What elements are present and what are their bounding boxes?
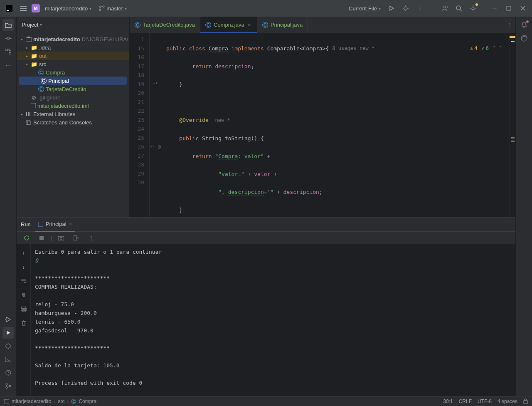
run-output[interactable]: Escriba 0 para salir o 1 para continuar0… <box>31 244 515 396</box>
tree-class-compra[interactable]: CCompra <box>17 68 129 77</box>
tree-root[interactable]: ▾ mitarjetadecredito D:\JORGE\ALURA\ <box>17 35 129 43</box>
camera-icon[interactable] <box>55 232 67 244</box>
chevron-down-icon: ▾ <box>125 6 127 11</box>
project-tool-icon[interactable] <box>2 19 14 31</box>
search-icon[interactable] <box>453 2 465 14</box>
line-gutter: 115161718192021222324252627282930 <box>130 33 150 217</box>
svg-rect-27 <box>58 236 64 240</box>
file-encoding[interactable]: UTF-8 <box>478 399 492 404</box>
editor-area: C TarjetaDeCredito.java C Compra.java × … <box>130 17 515 217</box>
more-tools-icon[interactable]: ⋯ <box>2 59 14 71</box>
scroll-end-icon[interactable] <box>18 289 30 301</box>
code-editor[interactable]: public class Compra implements Comparabl… <box>161 33 510 217</box>
trash-icon[interactable] <box>18 317 30 329</box>
svg-rect-26 <box>39 236 44 240</box>
class-icon: C <box>262 22 268 28</box>
tree-class-principal[interactable]: CPrincipal <box>19 77 127 85</box>
gutter-annotations: ↑ᴵ↑ᴵ @ <box>150 33 161 217</box>
nav-up-icon[interactable]: ˄ <box>493 44 495 53</box>
svg-point-5 <box>404 7 407 10</box>
folder-icon: 📁 <box>31 53 37 59</box>
run-tab[interactable]: Principal × <box>35 218 75 232</box>
titlebar: M mitarjetadecredito ▾ master ▾ Current … <box>0 0 532 17</box>
notifications-icon[interactable] <box>518 19 530 31</box>
rerun-icon[interactable] <box>21 232 32 244</box>
tab-menu-icon[interactable]: ⋮ <box>504 19 515 31</box>
right-tool-rail <box>515 17 532 396</box>
line-separator[interactable]: CRLF <box>459 399 472 404</box>
debug-button[interactable] <box>400 2 411 14</box>
run-config-selector[interactable]: Current File ▾ <box>346 4 383 13</box>
more-actions-icon[interactable]: ⋮ <box>414 2 426 14</box>
code-with-me-icon[interactable] <box>439 2 451 14</box>
tree-class-tarjeta[interactable]: CTarjetaDeCredito <box>17 85 129 93</box>
readonly-icon[interactable] <box>523 399 528 404</box>
tree-scratches[interactable]: Scratches and Consoles <box>17 118 129 126</box>
close-icon[interactable]: × <box>69 221 72 227</box>
more-icon[interactable]: ⋮ <box>85 232 97 244</box>
ignore-icon: ⊘ <box>31 94 37 101</box>
chevron-down-icon[interactable]: ▾ <box>40 22 42 27</box>
module-file-icon <box>31 103 36 108</box>
svg-rect-30 <box>22 307 26 308</box>
ai-assistant-icon[interactable] <box>518 32 530 44</box>
class-icon: C <box>135 22 140 28</box>
services-tool-icon[interactable] <box>2 314 14 325</box>
exit-icon[interactable] <box>70 232 82 244</box>
run-side-toolbar: ↑ ↓ <box>17 244 31 396</box>
ok-badge[interactable]: ✔6 <box>482 44 489 53</box>
maximize-button[interactable] <box>503 2 515 14</box>
main-menu-icon[interactable] <box>17 2 29 14</box>
tree-folder-idea[interactable]: ▸📁.idea <box>17 43 129 52</box>
tab-label: Compra.java <box>214 22 244 28</box>
run-tool-icon[interactable] <box>2 327 14 339</box>
tree-ext-libs[interactable]: ▸External Libraries <box>17 110 129 118</box>
commit-tool-icon[interactable] <box>2 32 14 44</box>
print-icon[interactable] <box>18 303 30 315</box>
tab-compra[interactable]: C Compra.java × <box>200 17 257 33</box>
tree-iml[interactable]: mitarjetadecredito.iml <box>17 102 129 110</box>
svg-rect-11 <box>5 49 7 51</box>
down-icon[interactable]: ↓ <box>18 261 30 272</box>
svg-point-3 <box>99 9 101 11</box>
project-tree[interactable]: ▾ mitarjetadecredito D:\JORGE\ALURA\ ▸📁.… <box>17 33 129 217</box>
stop-icon[interactable] <box>36 232 47 244</box>
project-selector[interactable]: mitarjetadecredito ▾ <box>42 4 94 13</box>
svg-rect-21 <box>27 37 30 38</box>
editor-scrollbar[interactable] <box>510 33 515 217</box>
branch-name: master <box>106 5 123 12</box>
up-icon[interactable]: ↑ <box>18 247 30 258</box>
warnings-badge[interactable]: ⚠4 <box>470 44 477 53</box>
svg-rect-1 <box>7 10 9 11</box>
tree-folder-src[interactable]: ▾📁src <box>17 60 129 68</box>
breadcrumb[interactable]: mitarjetadecredito › src › C Compra <box>4 399 96 404</box>
tab-principal[interactable]: C Principal.java <box>257 17 308 33</box>
terminal-tool-icon[interactable] <box>2 354 14 365</box>
tree-folder-out[interactable]: ▸📁out <box>17 52 129 60</box>
tree-gitignore[interactable]: ⊘.gitignore <box>17 93 129 102</box>
editor-tabs: C TarjetaDeCredito.java C Compra.java × … <box>130 17 515 33</box>
usages-hint[interactable]: 8 usages <box>332 44 356 53</box>
svg-point-14 <box>5 319 7 320</box>
run-button[interactable] <box>386 2 397 14</box>
caret-position[interactable]: 30:1 <box>443 399 453 404</box>
softwrap-icon[interactable] <box>18 275 30 287</box>
run-title: Run <box>21 221 31 228</box>
close-icon[interactable]: × <box>247 22 252 28</box>
vcs-tool-icon[interactable] <box>2 380 14 392</box>
minimize-button[interactable]: ─ <box>489 2 500 14</box>
branch-selector[interactable]: master ▾ <box>96 4 129 13</box>
run-toolbar: | ⋮ <box>17 232 515 244</box>
settings-icon[interactable] <box>467 2 479 14</box>
indent-info[interactable]: 4 spaces <box>498 399 517 404</box>
tab-label: TarjetaDeCredito.java <box>143 22 195 28</box>
close-button[interactable] <box>517 2 529 14</box>
nav-down-icon[interactable]: ˅ <box>500 44 502 53</box>
structure-tool-icon[interactable] <box>2 46 14 57</box>
tab-tarjeta[interactable]: C TarjetaDeCredito.java <box>130 17 200 33</box>
build-tool-icon[interactable] <box>2 340 14 352</box>
problems-tool-icon[interactable] <box>2 367 14 379</box>
svg-rect-15 <box>5 357 11 362</box>
root-path: D:\JORGE\ALURA\ <box>82 36 128 42</box>
svg-point-17 <box>6 384 7 385</box>
